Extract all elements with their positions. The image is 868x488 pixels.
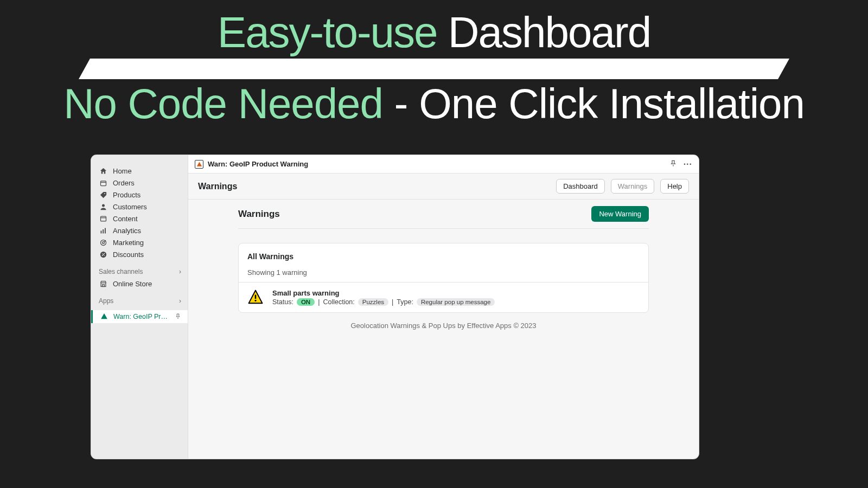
orders-icon <box>99 178 107 187</box>
sidebar-item-customers[interactable]: Customers <box>91 201 188 213</box>
svg-rect-6 <box>105 228 106 233</box>
tab-warnings[interactable]: Warnings <box>611 179 654 194</box>
sidebar-item-content[interactable]: Content <box>91 213 188 224</box>
sidebar-section-sales-channels[interactable]: Sales channels › <box>91 266 188 278</box>
content-body: Warnings New Warning All Warnings Showin… <box>188 200 699 330</box>
hero-line-1-accent: Easy-to-use <box>218 8 437 56</box>
status-badge: ON <box>297 298 315 306</box>
page-tabs: Dashboard Warnings Help <box>556 179 689 194</box>
sidebar-section-apps[interactable]: Apps › <box>91 295 188 307</box>
target-icon <box>99 238 107 247</box>
svg-rect-3 <box>100 216 106 221</box>
sidebar-item-label: Orders <box>113 179 135 187</box>
svg-point-11 <box>104 255 105 256</box>
section-header-label: Apps <box>99 297 113 305</box>
warning-icon <box>100 312 108 322</box>
page-footer: Geolocation Warnings & Pop Ups by Effect… <box>238 322 649 330</box>
sidebar-item-analytics[interactable]: Analytics <box>91 224 188 236</box>
sidebar-item-app-warn[interactable]: Warn: GeoIP Produc... <box>91 310 188 323</box>
svg-rect-4 <box>100 230 101 233</box>
warning-list-item[interactable]: Small parts warning Status: ON | Collect… <box>239 282 648 312</box>
chevron-right-icon: › <box>179 297 181 305</box>
warning-body: Small parts warning Status: ON | Collect… <box>272 289 495 306</box>
app-bar-actions: ··· <box>669 159 692 169</box>
sidebar-item-label: Home <box>113 167 132 175</box>
card-subtitle: Showing 1 warning <box>247 268 640 277</box>
sidebar-item-orders[interactable]: Orders <box>91 177 188 189</box>
marketing-hero: Easy-to-use Dashboard No Code Needed - O… <box>0 0 868 125</box>
hero-line-1-rest: Dashboard <box>448 8 650 56</box>
hero-line-1: Easy-to-use Dashboard <box>0 11 868 54</box>
status-label: Status: <box>272 298 293 306</box>
app-bar-title: Warn: GeoIP Product Warning <box>208 160 308 168</box>
sidebar-item-label: Warn: GeoIP Produc... <box>113 313 169 320</box>
collection-label: Collection: <box>323 298 354 306</box>
sidebar: Home Orders Products Customers Content A… <box>91 155 188 459</box>
svg-rect-13 <box>102 284 104 286</box>
svg-rect-5 <box>103 229 104 234</box>
chevron-right-icon: › <box>179 268 181 275</box>
sidebar-item-label: Analytics <box>113 227 141 235</box>
type-badge: Regular pop up message <box>417 298 495 306</box>
hero-line-2-rest: One Click Installation <box>419 80 805 127</box>
hero-divider <box>79 59 789 79</box>
store-icon <box>99 279 107 288</box>
svg-rect-14 <box>255 295 257 299</box>
sidebar-item-marketing[interactable]: Marketing <box>91 236 188 248</box>
analytics-icon <box>99 226 107 235</box>
pin-icon[interactable] <box>175 313 181 321</box>
all-warnings-card: All Warnings Showing 1 warning Small par… <box>238 243 649 313</box>
svg-point-15 <box>254 300 256 301</box>
svg-rect-0 <box>100 181 106 185</box>
sidebar-item-products[interactable]: Products <box>91 189 188 201</box>
new-warning-button[interactable]: New Warning <box>591 206 649 222</box>
warning-triangle-icon <box>247 289 264 305</box>
sidebar-item-label: Products <box>113 191 141 199</box>
sidebar-item-label: Marketing <box>113 239 144 247</box>
warning-meta: Status: ON | Collection: Puzzles | Type:… <box>272 298 495 306</box>
svg-point-1 <box>104 193 105 194</box>
user-icon <box>99 202 107 211</box>
content-header: Warnings Dashboard Warnings Help <box>188 174 699 200</box>
type-label: Type: <box>397 298 413 306</box>
svg-point-10 <box>101 253 103 254</box>
discount-icon <box>99 250 107 259</box>
svg-point-2 <box>102 204 105 207</box>
dashboard-window: Home Orders Products Customers Content A… <box>91 155 699 459</box>
more-icon[interactable]: ··· <box>684 159 692 169</box>
tab-help[interactable]: Help <box>660 179 689 194</box>
sidebar-item-online-store[interactable]: Online Store <box>91 278 188 290</box>
card-title: All Warnings <box>247 252 640 261</box>
page-title: Warnings <box>238 209 280 220</box>
hero-line-2-accent: No Code Needed <box>63 80 383 127</box>
main-panel: Warn: GeoIP Product Warning ··· Warnings… <box>188 155 699 459</box>
sidebar-item-label: Content <box>113 215 138 223</box>
sidebar-item-label: Customers <box>113 203 147 211</box>
hero-line-2-sep: - <box>383 80 419 127</box>
meta-separator: | <box>392 298 393 306</box>
section-header-label: Sales channels <box>99 268 143 275</box>
sidebar-item-discounts[interactable]: Discounts <box>91 248 188 260</box>
tag-icon <box>99 190 107 199</box>
hero-line-2: No Code Needed - One Click Installation <box>0 82 868 125</box>
content-icon <box>99 214 107 223</box>
app-logo-icon <box>195 160 203 169</box>
sidebar-item-label: Online Store <box>113 280 152 288</box>
page-header-title: Warnings <box>198 182 237 191</box>
sidebar-item-home[interactable]: Home <box>91 165 188 177</box>
collection-badge: Puzzles <box>358 298 388 306</box>
app-bar: Warn: GeoIP Product Warning ··· <box>188 155 699 174</box>
warning-title: Small parts warning <box>272 289 495 297</box>
sidebar-item-label: Discounts <box>113 251 144 259</box>
meta-separator: | <box>318 298 320 306</box>
page-title-row: Warnings New Warning <box>238 206 649 229</box>
pin-icon[interactable] <box>669 159 677 169</box>
home-icon <box>99 166 107 175</box>
tab-dashboard[interactable]: Dashboard <box>556 179 605 194</box>
